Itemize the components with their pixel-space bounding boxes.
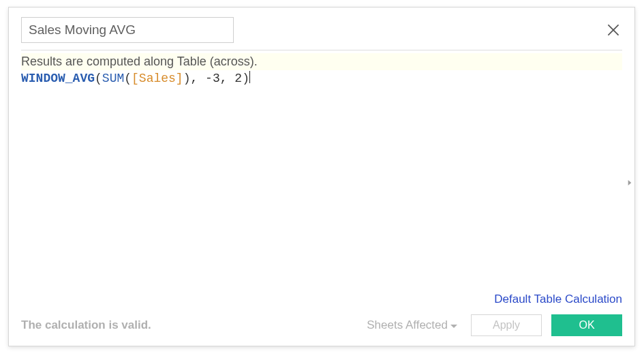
- formula-editor[interactable]: WINDOW_AVG(SUM([Sales]), -3, 2): [21, 70, 622, 248]
- sheets-affected-dropdown[interactable]: Sheets Affected: [367, 318, 457, 332]
- apply-button[interactable]: Apply: [471, 314, 542, 336]
- formula-paren-close1: ): [242, 72, 249, 85]
- formula-args-tail: , -3, 2: [191, 72, 243, 85]
- text-cursor: [249, 71, 250, 83]
- calculation-dialog: Results are computed along Table (across…: [8, 7, 635, 346]
- chevron-down-icon: [450, 325, 457, 328]
- formula-paren-close2: ): [183, 72, 191, 85]
- formula-paren-open2: (: [124, 72, 132, 85]
- expand-right-icon[interactable]: [624, 175, 636, 190]
- formula-aggregate: SUM: [102, 72, 124, 85]
- default-table-calc-link[interactable]: Default Table Calculation: [494, 293, 622, 305]
- dialog-header: [9, 8, 634, 50]
- close-icon[interactable]: [604, 21, 622, 39]
- formula-field: [Sales]: [132, 72, 183, 85]
- calc-name-input[interactable]: [21, 17, 234, 43]
- compute-info-message: Results are computed along Table (across…: [21, 53, 622, 70]
- validation-status: The calculation is valid.: [21, 318, 151, 332]
- formula-function: WINDOW_AVG: [21, 72, 95, 85]
- header-divider: [21, 50, 622, 50]
- svg-marker-2: [628, 180, 632, 185]
- formula-paren-open1: (: [95, 72, 102, 85]
- dialog-footer: Default Table Calculation The calculatio…: [21, 293, 622, 336]
- sheets-affected-label: Sheets Affected: [367, 318, 448, 332]
- ok-button[interactable]: OK: [551, 314, 622, 336]
